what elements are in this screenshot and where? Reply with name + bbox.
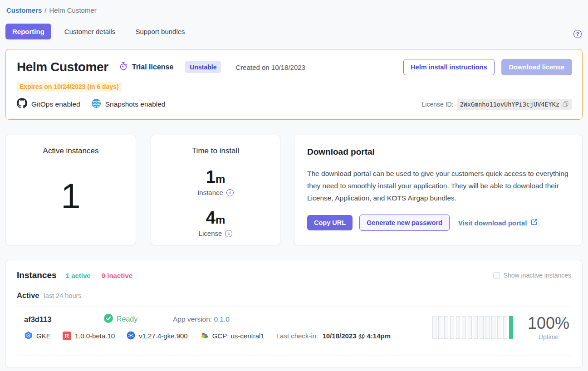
app-release-meta: R 1.0.0-beta.10 [63, 332, 115, 340]
github-icon [17, 98, 27, 110]
last-checkin-value: 10/18/2023 @ 4:14pm [322, 332, 391, 340]
breadcrumb-current: Helm Customer [49, 6, 97, 14]
last-checkin-label: Last check-in: [276, 332, 318, 340]
inactive-count: 0 inactive [102, 272, 132, 279]
helm-install-instructions-button[interactable]: Helm install instructions [403, 59, 494, 75]
download-license-button[interactable]: Download license [501, 59, 572, 75]
time-to-install-title: Time to install [192, 146, 239, 156]
breadcrumb-separator: / [44, 6, 46, 14]
uptime-value: 100% [528, 314, 569, 332]
active-instances-value: 1 [61, 156, 80, 245]
app-version-link[interactable]: 0.1.0 [214, 315, 229, 323]
license-info-icon[interactable]: i [225, 230, 232, 237]
instance-install-value: 1 [206, 167, 216, 186]
active-section-label: Active [17, 291, 39, 300]
license-id-value: 2WxGmnho11ovUhYPi3cjUV4EYKz [457, 99, 572, 110]
cloud-region-meta: GCP: us-central1 [200, 331, 265, 341]
active-instances-title: Active instances [43, 146, 99, 156]
tab-customer-details[interactable]: Customer details [58, 24, 122, 39]
active-instances-card: Active instances 1 [5, 135, 136, 245]
license-type-label: Trial license [132, 63, 174, 71]
download-portal-title: Download portal [307, 147, 569, 157]
uptime-bars [432, 316, 513, 339]
license-id-text: 2WxGmnho11ovUhYPi3cjUV4EYKz [460, 101, 559, 108]
instance-info-icon[interactable]: i [226, 189, 234, 196]
license-install-metric: 4m License i [199, 209, 233, 237]
show-inactive-toggle[interactable]: Show inactive instances [493, 272, 571, 279]
customer-summary-card: Helm Customer Trial license Unstable Cre… [5, 49, 583, 120]
snapshots-feature: Snapshots enabled [91, 98, 166, 110]
visit-download-portal-label: Visit download portal [458, 219, 527, 227]
kubernetes-icon [127, 331, 135, 341]
cloud-region-label: GCP: us-central1 [212, 332, 265, 340]
license-install-label: License [199, 229, 222, 237]
trial-timer-icon [119, 62, 128, 73]
created-date: Created on 10/18/2023 [235, 63, 305, 71]
customer-reporting-page: Customers / Helm Customer Reporting Cust… [0, 0, 588, 367]
instance-id: af3d113 [24, 315, 104, 324]
breadcrumb: Customers / Helm Customer [5, 6, 583, 14]
expiration-notice: Expires on 10/24/2023 (in 6 days) [17, 82, 122, 92]
license-install-value: 4 [206, 208, 216, 227]
active-count: 1 active [66, 272, 91, 279]
instances-title: Instances [17, 270, 57, 280]
instance-row: af3d113 Ready App version: 0.1.0 [6, 307, 582, 349]
replicated-icon: R [63, 332, 71, 340]
tab-bar: Reporting Customer details Support bundl… [5, 24, 583, 39]
instance-status-label: Ready [117, 315, 137, 323]
download-portal-card: Download portal The download portal can … [294, 135, 583, 245]
show-inactive-checkbox[interactable] [493, 272, 500, 279]
row-divider-bottom [17, 356, 571, 356]
instance-status: Ready [104, 314, 161, 325]
copy-icon[interactable] [562, 101, 569, 107]
uptime-label: Uptime [528, 333, 569, 341]
generate-password-button[interactable]: Generate new password [359, 215, 450, 231]
last-checkin: Last check-in: 10/18/2023 @ 4:14pm [276, 332, 391, 340]
license-id-label: License ID: [422, 101, 454, 108]
license-type: Trial license [119, 62, 174, 73]
k8s-version-label: v1.27.4-gke.900 [139, 332, 188, 340]
channel-badge: Unstable [185, 61, 221, 73]
instance-install-unit: m [216, 173, 225, 185]
customer-name: Helm Customer [17, 60, 108, 74]
ready-check-icon [104, 314, 113, 325]
tab-reporting[interactable]: Reporting [5, 24, 51, 39]
distribution-label: GKE [36, 332, 51, 340]
distribution-meta: GKE [24, 331, 51, 341]
copy-url-button[interactable]: Copy URL [307, 215, 353, 230]
instance-install-metric: 1m Instance i [197, 168, 234, 196]
tab-support-bundles[interactable]: Support bundles [128, 24, 191, 39]
instance-install-label: Instance [197, 189, 223, 196]
license-id-group: License ID: 2WxGmnho11ovUhYPi3cjUV4EYKz [422, 99, 573, 110]
active-section-sublabel: last 24 hours [44, 292, 82, 299]
snapshots-icon [91, 98, 101, 110]
instances-card: Instances 1 active 0 inactive Show inact… [5, 260, 583, 367]
help-icon[interactable]: ? [573, 30, 582, 38]
gitops-label: GitOps enabled [31, 100, 80, 108]
breadcrumb-customers-link[interactable]: Customers [6, 6, 42, 14]
gcp-icon [200, 331, 209, 341]
external-link-icon [530, 218, 538, 227]
k8s-version-meta: v1.27.4-gke.900 [127, 331, 188, 341]
app-release-version: 1.0.0-beta.10 [75, 332, 115, 340]
time-to-install-card: Time to install 1m Instance i 4m License… [151, 135, 280, 245]
show-inactive-label: Show inactive instances [504, 272, 571, 279]
gitops-feature: GitOps enabled [17, 98, 80, 110]
download-portal-description: The download portal can be used to give … [307, 167, 569, 204]
license-install-unit: m [216, 214, 225, 226]
app-version-label: App version: [173, 315, 212, 323]
snapshots-label: Snapshots enabled [105, 100, 166, 108]
gke-icon [24, 331, 33, 341]
visit-download-portal-link[interactable]: Visit download portal [458, 218, 538, 227]
